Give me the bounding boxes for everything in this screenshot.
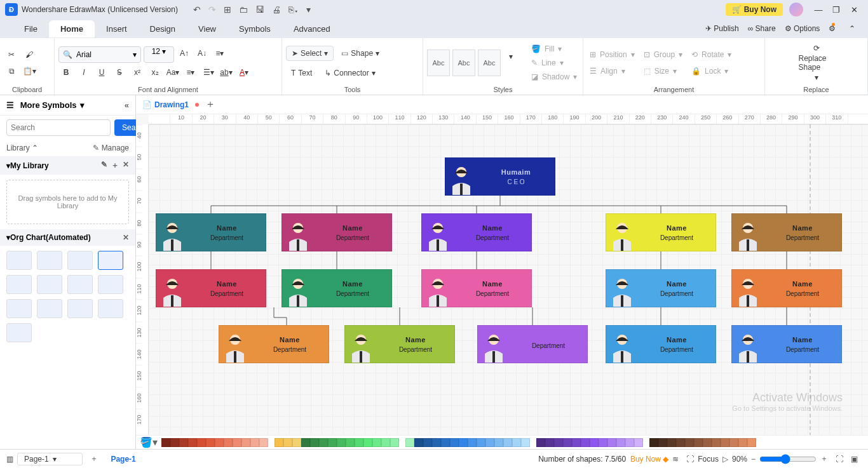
rotate-tool[interactable]: ⟲ Rotate ▾ [689,49,734,60]
color-swatch[interactable] [259,438,268,447]
color-swatch[interactable] [450,438,459,447]
color-swatch[interactable] [503,438,512,447]
style-preset-2[interactable]: Abc [452,50,475,76]
active-page-name[interactable]: Page-1 [111,455,135,464]
size-tool[interactable]: ⬚ Size ▾ [641,65,685,77]
copy-format-icon[interactable]: 🖌 [22,48,37,62]
align-tool[interactable]: ☰ Align ▾ [587,65,637,77]
text-tool[interactable]: T Text [286,66,317,80]
org-node-ceo[interactable]: HumaimC E O [445,157,555,196]
buy-now-button[interactable]: 🛒 Buy Now [726,3,783,16]
sidebar-collapse-icon[interactable]: « [125,100,129,110]
zoom-in-icon[interactable]: ＋ [820,453,828,464]
strike-icon[interactable]: S̶ [112,65,127,79]
org-thumb-5[interactable] [6,275,32,294]
org-thumb-10[interactable] [37,299,62,318]
color-swatch[interactable] [206,438,215,447]
zoom-slider[interactable] [759,454,817,464]
org-thumb-3[interactable] [67,251,93,270]
color-swatch[interactable] [250,438,259,447]
mylib-panel[interactable]: My Library [10,161,49,170]
color-swatch[interactable] [188,438,197,447]
user-avatar[interactable] [789,3,803,17]
menu-design[interactable]: Design [139,20,187,37]
org-node[interactable]: NameDepartment [156,213,266,251]
color-swatch[interactable] [485,438,494,447]
color-swatch[interactable] [292,438,301,447]
org-thumb-9[interactable] [6,299,32,318]
italic-icon[interactable]: I [76,65,92,79]
more-symbols-header[interactable]: More Symbols [20,100,77,110]
color-swatch[interactable] [634,438,643,447]
color-swatch[interactable] [563,438,572,447]
org-thumb-8[interactable] [98,275,123,294]
mylib-edit-icon[interactable]: ✎ [101,160,107,171]
color-swatch[interactable] [616,438,625,447]
color-swatch[interactable] [405,438,414,447]
menu-advanced[interactable]: Advanced [282,20,342,37]
color-swatch[interactable] [599,438,607,447]
new-doc-tab[interactable]: ＋ [205,98,215,111]
drop-zone[interactable]: Drag symbols here to add to My Library [6,180,129,224]
focus-icon[interactable]: ⛶ [686,455,694,464]
copy-icon[interactable]: ⧉ [4,64,19,78]
style-preset-3[interactable]: Abc [478,50,501,76]
color-swatch[interactable] [521,438,530,447]
org-node[interactable]: NameDepartment [606,325,716,363]
org-node[interactable]: Department [477,325,588,363]
color-swatch[interactable] [536,438,545,447]
color-swatch[interactable] [414,438,423,447]
org-node[interactable]: NameDepartment [421,213,532,251]
minimize-button[interactable]: — [810,5,827,15]
color-swatch[interactable] [224,438,233,447]
subscript-icon[interactable]: x₂ [147,65,163,79]
color-swatch[interactable] [459,438,468,447]
color-swatch[interactable] [310,438,319,447]
font-name-select[interactable]: 🔍 Arial ▾ [58,46,141,63]
color-palette[interactable]: 🪣▾ [136,435,868,449]
print-icon[interactable]: 🖨 [272,4,281,15]
color-swatch[interactable] [729,438,738,447]
org-node[interactable]: NameDepartment [281,213,392,251]
color-swatch[interactable] [215,438,224,447]
color-swatch[interactable] [355,438,363,447]
org-node[interactable]: NameDepartment [156,269,266,307]
color-swatch[interactable] [441,438,450,447]
menu-home[interactable]: Home [49,20,95,37]
color-swatch[interactable] [685,438,694,447]
org-node[interactable]: NameDepartment [731,325,842,363]
layers-icon[interactable]: ≋ [672,455,679,464]
org-node[interactable]: NameDepartment [421,269,532,307]
paste-icon[interactable]: 📋▾ [22,64,37,78]
color-swatch[interactable] [658,438,667,447]
color-swatch[interactable] [161,438,170,447]
document-tab[interactable]: 📄 Drawing1 [142,100,199,109]
lock-tool[interactable]: 🔒 Lock ▾ [689,65,734,77]
manage-link[interactable]: ✎ Manage [93,144,129,152]
cut-icon[interactable]: ✂ [4,48,19,62]
color-swatch[interactable] [319,438,328,447]
superscript-icon[interactable]: x² [130,65,145,79]
org-node[interactable]: NameDepartment [606,269,716,307]
color-swatch[interactable] [363,438,372,447]
buy-now-status[interactable]: Buy Now ◆ [630,455,668,464]
color-swatch[interactable] [676,438,685,447]
align-vert-icon[interactable]: ≡▾ [212,46,227,60]
font-color-icon[interactable]: A▾ [236,65,252,79]
org-thumb-13[interactable] [6,323,32,342]
org-node[interactable]: NameDepartment [606,213,716,251]
org-node[interactable]: NameDepartment [219,325,329,363]
org-thumb-1[interactable] [6,251,32,270]
color-swatch[interactable] [590,438,599,447]
menu-view[interactable]: View [187,20,227,37]
fullscreen-icon[interactable]: ▣ [851,455,858,464]
line-spacing-icon[interactable]: ≡▾ [183,65,198,79]
color-swatch[interactable] [337,438,346,447]
fill-bucket-icon[interactable]: 🪣▾ [140,436,158,448]
qat-dropdown[interactable]: ▾ [306,4,311,15]
zoom-out-icon[interactable]: − [751,455,756,464]
color-swatch[interactable] [747,438,756,447]
style-more-icon[interactable]: ▾ [503,50,519,64]
font-size-select[interactable]: 12 ▾ [144,46,174,63]
shape-tool[interactable]: ▭ Shape ▾ [336,46,384,61]
